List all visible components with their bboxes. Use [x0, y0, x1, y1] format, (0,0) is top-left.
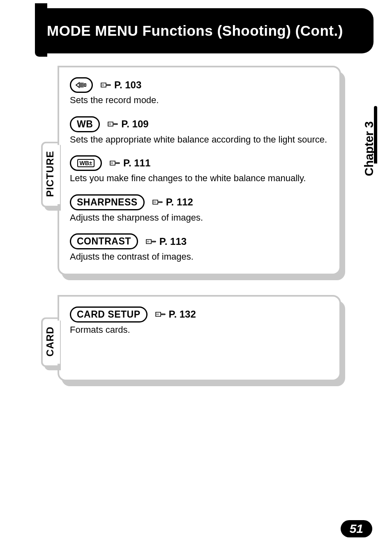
menu-entry: WB P. 109 Sets the appropriate white bal…	[70, 116, 330, 146]
page-ref-text: P. 113	[159, 236, 187, 247]
wb-adjust-icon: WB±	[70, 155, 102, 171]
page-ref-text: P. 111	[123, 157, 150, 169]
page-reference: P. 112	[152, 196, 193, 208]
page-reference: P. 113	[145, 236, 187, 247]
page-reference: P. 132	[155, 309, 196, 320]
section-tab: CARD	[41, 317, 58, 367]
pointer-icon	[100, 81, 112, 89]
page-reference: P. 103	[100, 79, 141, 91]
page-reference: P. 111	[109, 157, 150, 169]
entry-description: Lets you make fine changes to the white …	[70, 173, 330, 184]
section-tab-label: PICTURE	[44, 151, 56, 197]
entry-description: Adjusts the contrast of images.	[70, 251, 330, 263]
entry-label-pill: SHARPNESS	[70, 194, 145, 210]
menu-entry: WB± P. 111 Lets you make fine changes to…	[70, 155, 330, 184]
page-ref-text: P. 103	[114, 79, 141, 91]
entry-description: Formats cards.	[70, 324, 330, 336]
section-picture: PICTURE	[41, 66, 341, 275]
entry-description: Sets the record mode.	[70, 94, 330, 106]
menu-entry: CONTRAST P. 113 Adjusts the contrast of …	[70, 233, 330, 263]
chapter-tab-accent	[374, 106, 377, 164]
menu-entry: SHARPNESS P. 112 Adjusts the sharpness o…	[70, 194, 330, 224]
page-ref-text: P. 109	[121, 118, 148, 130]
page-ref-text: P. 132	[169, 309, 196, 320]
panel-body: CARD CARD SETUP P. 132 Formats cards.	[58, 295, 341, 381]
entry-label-pill: CARD SETUP	[70, 306, 148, 323]
pointer-icon	[145, 238, 157, 245]
page-number: 51	[341, 520, 372, 537]
entry-description: Adjusts the sharpness of images.	[70, 212, 330, 224]
pointer-icon	[109, 159, 121, 167]
menu-entry: CARD SETUP P. 132 Formats cards.	[70, 306, 330, 336]
page-reference: P. 109	[107, 118, 148, 130]
pointer-icon	[152, 198, 164, 206]
section-card: CARD CARD SETUP P. 132 Formats cards.	[41, 295, 341, 381]
record-mode-icon	[70, 77, 93, 93]
entry-label-pill: WB	[70, 116, 100, 132]
page-ref-text: P. 112	[166, 196, 193, 208]
wb-adjust-icon-text: WB±	[77, 159, 94, 167]
section-tab-label: CARD	[44, 326, 56, 356]
entry-description: Sets the appropriate white balance accor…	[70, 134, 330, 146]
svg-marker-0	[76, 83, 79, 88]
panel-body: PICTURE	[58, 66, 341, 275]
svg-rect-4	[84, 84, 86, 86]
page-header: MODE MENU Functions (Shooting) (Cont.)	[40, 8, 374, 53]
section-tab: PICTURE	[41, 142, 58, 207]
pointer-icon	[107, 120, 119, 128]
menu-entry: P. 103 Sets the record mode.	[70, 77, 330, 106]
page-title: MODE MENU Functions (Shooting) (Cont.)	[47, 22, 343, 39]
pointer-icon	[155, 311, 166, 318]
entry-label-pill: CONTRAST	[70, 233, 138, 249]
